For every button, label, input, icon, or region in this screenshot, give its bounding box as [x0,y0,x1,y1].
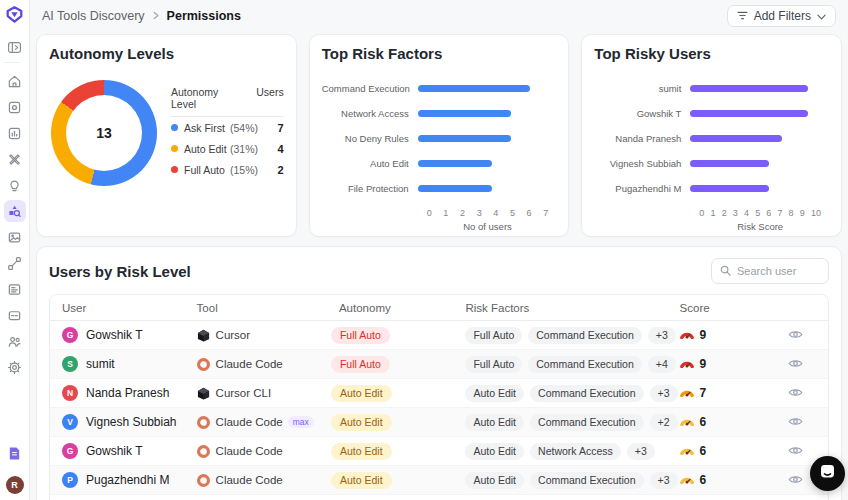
legend-row: Full Auto (15%) 2 [171,159,284,180]
autonomy-pill: Full Auto [331,327,390,344]
bar-track [690,185,821,192]
avatar: G [62,327,78,343]
axis-tick: 0 [699,208,704,218]
sidebar-item-sidebar-toggle[interactable] [4,36,26,58]
view-details-button[interactable] [786,326,805,345]
table-row[interactable]: V Vignesh Subbiah Claude Codemax Auto Ed… [50,408,828,437]
bar-fill [418,85,530,92]
avatar: V [62,414,78,430]
autonomy-pill: Auto Edit [331,443,392,460]
changelog-icon[interactable] [4,442,26,464]
chevron-right-icon [152,10,160,22]
legend-dot [171,145,178,152]
table-row[interactable]: G Gowshik T Cursor Full Auto Full AutoCo… [50,321,828,350]
x-axis-ticks: 01234567 [427,208,549,218]
autonomy-legend: Autonomy Level Users Ask First (54%) 7 A… [171,86,284,180]
sidebar-item-team[interactable] [4,330,26,352]
autonomy-pill: Auto Edit [331,472,392,489]
breadcrumb-root-link[interactable]: AI Tools Discovery [42,9,145,23]
bar-category-label: Gowshik T [594,108,690,119]
sidebar-item-screenshots[interactable] [4,226,26,248]
legend-header-users: Users [256,86,283,111]
search-icon [720,262,731,280]
bar-category-label: Auto Edit [322,158,418,169]
bar-row: Nanda Pranesh [594,126,829,151]
risk-score: 7 [700,386,707,400]
sidebar-item-reports[interactable] [4,278,26,300]
add-filters-label: Add Filters [754,9,811,23]
sidebar-item-billing[interactable] [4,304,26,326]
chevron-down-icon [817,9,826,23]
autonomy-pill: Auto Edit [331,385,392,402]
legend-dot [171,124,178,131]
chat-launcher-button[interactable] [810,456,845,491]
avatar: G [62,443,78,459]
eye-icon [788,473,803,488]
sidebar-item-tools[interactable] [4,148,26,170]
view-details-button[interactable] [786,355,805,374]
view-details-button[interactable] [786,442,805,461]
users-table-header: User Tool Autonomy Risk Factors Score [50,295,828,321]
bar-row: Auto Edit [322,151,557,176]
sidebar-item-home[interactable] [4,70,26,92]
sidebar-item-insights[interactable] [4,174,26,196]
avatar: P [62,472,78,488]
axis-tick: 9 [800,208,805,218]
table-row[interactable]: P Pugazhendhi M Claude Code Auto Edit Au… [50,466,828,495]
risk-factor-chip: Command Execution [528,356,641,373]
view-details-button[interactable] [786,413,805,432]
axis-tick: 7 [777,208,782,218]
user-search-box[interactable] [711,258,829,284]
bar-track [418,135,549,142]
legend-percent: (31%) [230,143,258,155]
main-content: AI Tools Discovery Permissions Add Filte… [30,0,848,500]
eye-icon [788,444,803,459]
tool-name: Claude Code [216,416,283,428]
tool-name: Claude Code [216,445,283,457]
risk-factor-chip: Auto Edit [465,472,524,489]
risk-score: 6 [700,444,707,458]
table-row[interactable]: S sumit Claude Code Full Auto Full AutoC… [50,350,828,379]
tool-name: Claude Code [216,474,283,486]
charts-row: Autonomy Levels 13 Autonomy Level Users … [30,27,848,237]
risk-factor-chip: Network Access [530,443,621,460]
bar-category-label: Pugazhendhi M [594,183,690,194]
col-header-risk-factors: Risk Factors [465,302,643,314]
bar-fill [690,135,781,142]
table-row[interactable]: N Nanda Pranesh Cursor CLI Auto Edit Aut… [50,379,828,408]
col-header-score: Score [644,302,763,314]
bar-category-label: Vignesh Subbiah [594,158,690,169]
risk-factors-bar-chart: Command Execution Network Access No Deny… [322,76,557,232]
claude-icon [197,445,210,458]
axis-tick: 2 [460,208,465,218]
autonomy-levels-title: Autonomy Levels [49,45,284,62]
risk-score: 6 [700,473,707,487]
sidebar-item-analytics[interactable] [4,122,26,144]
sidebar-item-integrations[interactable] [4,252,26,274]
bar-fill [418,135,511,142]
axis-tick: 1 [711,208,716,218]
add-filters-button[interactable]: Add Filters [727,5,836,27]
sidebar-item-discovery[interactable] [4,200,26,222]
bar-track [690,110,821,117]
view-details-button[interactable] [786,384,805,403]
sidebar-item-settings[interactable] [4,356,26,378]
bar-track [690,160,821,167]
axis-tick: 0 [427,208,432,218]
avatar: S [62,356,78,372]
table-row[interactable]: G Gowshik T Claude Code Auto Edit Auto E… [50,437,828,466]
table-row-partial[interactable] [50,495,828,500]
legend-label: Ask First [184,122,230,134]
bar-track [690,135,821,142]
search-user-input[interactable] [737,265,820,277]
axis-tick: 6 [527,208,532,218]
sidebar-item-inventory[interactable] [4,96,26,118]
tool-name: Cursor [216,329,251,341]
gauge-icon [680,358,694,370]
user-avatar[interactable]: R [6,476,24,494]
bar-category-label: No Deny Rules [322,133,418,144]
bar-track [418,185,549,192]
bar-fill [690,85,808,92]
view-details-button[interactable] [786,471,805,490]
topbar: AI Tools Discovery Permissions Add Filte… [30,0,848,27]
